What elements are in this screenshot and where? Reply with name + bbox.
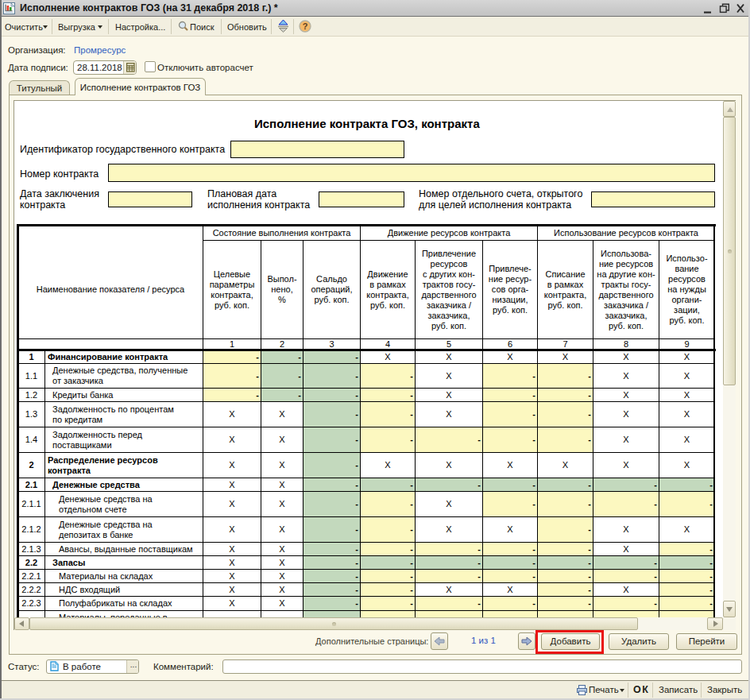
svg-text:?: ?: [303, 21, 308, 31]
